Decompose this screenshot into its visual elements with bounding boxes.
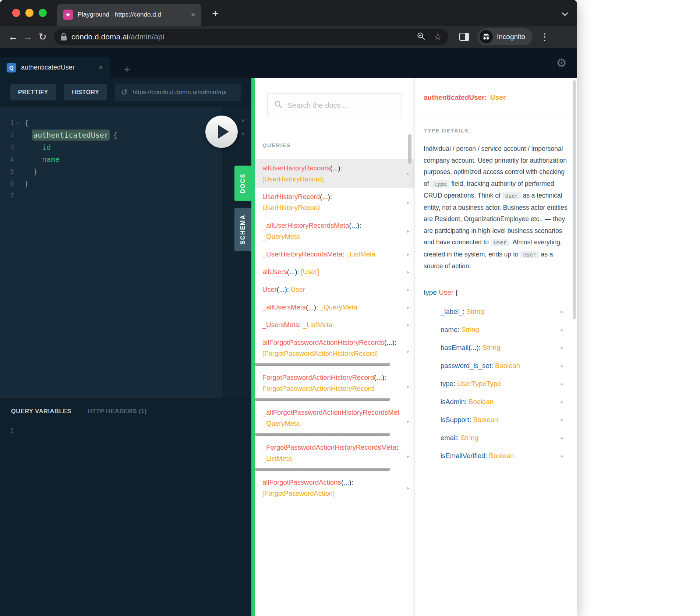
docs-vertical-scrollbar[interactable] — [408, 134, 411, 164]
docs-query-item[interactable]: User(...): User ▸ — [255, 281, 414, 298]
h-scrollbar[interactable] — [255, 433, 390, 436]
docs-query-item[interactable]: _allForgotPasswordActionHistoryRecordsMe… — [255, 404, 414, 439]
docs-query-item[interactable]: _allUserHistoryRecordsMeta(...): _QueryM… — [255, 217, 414, 245]
query-line1: allUserHistoryRecords(...): — [262, 163, 400, 174]
detail-vertical-scrollbar[interactable] — [573, 80, 576, 319]
editor-line: 7 — [0, 190, 221, 202]
fold-caret-icon[interactable]: ▾ — [14, 117, 21, 129]
back-button[interactable]: ← — [6, 29, 21, 44]
schema-side-tab[interactable]: SCHEMA — [234, 208, 251, 251]
playground-tab-bar: Q authenticatedUser × + ⚙ — [0, 48, 577, 78]
new-tab-button[interactable]: + — [208, 7, 222, 21]
type-field-row[interactable]: name: String ▸ — [424, 321, 568, 339]
type-field-row[interactable]: isEmailVerified: Boolean ▸ — [424, 447, 568, 465]
playground-new-tab-button[interactable]: + — [119, 61, 135, 78]
zoom-icon[interactable] — [417, 32, 425, 42]
window-zoom-button[interactable] — [39, 9, 47, 17]
query-line1: _UsersMeta: _ListMeta — [262, 319, 400, 330]
response-pane — [222, 107, 251, 399]
side-panel-icon[interactable] — [459, 33, 469, 41]
fold-caret-icon[interactable] — [14, 190, 21, 202]
line-code: } — [21, 178, 29, 190]
query-editor[interactable]: 1 ▾ { 2 authenticatedUser { 3 id 4 name … — [0, 107, 251, 399]
docs-query-item[interactable]: _allUsersMeta(...): _QueryMeta ▸ — [255, 298, 414, 316]
type-field-row[interactable]: type: UserTypeType ▸ — [424, 375, 568, 393]
chevron-right-icon: ▸ — [561, 342, 563, 353]
query-line1: allForgotPasswordActionHistoryRecords(..… — [262, 337, 400, 348]
browser-tab[interactable]: Playground - https://condo.d.d × — [57, 4, 201, 26]
address-bar[interactable]: condo.d.doma.ai/admin/api ☆ — [54, 29, 448, 45]
type-field-row[interactable]: hasEmail(...): String ▸ — [424, 339, 568, 357]
operation-dropdown-caret-icon[interactable]: ▾ — [241, 117, 244, 124]
reload-button[interactable]: ↻ — [35, 29, 50, 44]
chevron-right-icon: ▸ — [407, 249, 410, 260]
query-line2: _QueryMeta — [262, 418, 400, 429]
detail-field-type: User — [490, 93, 506, 102]
query-line1: UserHistoryRecord(...): — [262, 191, 400, 202]
h-scrollbar[interactable] — [255, 468, 390, 471]
type-field-row[interactable]: email: String ▸ — [424, 429, 568, 447]
fold-caret-icon[interactable] — [14, 129, 21, 141]
docs-query-item[interactable]: allUsers(...): [User] ▸ — [255, 263, 414, 281]
docs-query-item[interactable]: _ForgotPasswordActionHistoryRecordsMeta:… — [255, 439, 414, 474]
editor-line: 5 } — [0, 166, 221, 178]
editor-lines: 1 ▾ { 2 authenticatedUser { 3 id 4 name … — [0, 117, 221, 202]
docs-divider[interactable] — [251, 78, 255, 616]
editor-line: 3 id — [0, 141, 221, 153]
docs-query-item[interactable]: allForgotPasswordActions(...): [ForgotPa… — [255, 474, 414, 502]
tab-search-chevron-icon[interactable] — [562, 11, 568, 18]
window-minimize-button[interactable] — [25, 9, 33, 17]
type-description: Individual / person / service account / … — [424, 143, 568, 272]
docs-query-item[interactable]: _UserHistoryRecordsMeta: _ListMeta ▸ — [255, 245, 414, 263]
type-field-row[interactable]: password_is_set: Boolean ▸ — [424, 357, 568, 375]
fold-caret-icon[interactable] — [14, 166, 21, 178]
fold-caret-icon[interactable] — [14, 178, 21, 190]
browser-menu-icon[interactable]: ⋮ — [540, 31, 549, 43]
forward-button[interactable]: → — [21, 29, 35, 44]
settings-gear-icon[interactable]: ⚙ — [556, 56, 567, 70]
incognito-icon — [480, 30, 493, 43]
history-button[interactable]: HISTORY — [64, 84, 107, 100]
docs-search-input[interactable] — [287, 101, 395, 110]
editor-line: 4 name — [0, 153, 221, 166]
docs-query-item[interactable]: allForgotPasswordActionHistoryRecords(..… — [255, 334, 414, 369]
window-close-button[interactable] — [12, 9, 20, 17]
h-scrollbar[interactable] — [255, 363, 390, 366]
query-line1: ForgotPasswordActionHistoryRecord(...): — [262, 372, 400, 383]
type-field-row[interactable]: _label_: String ▸ — [424, 302, 568, 321]
tab-http-headers[interactable]: HTTP HEADERS (1) — [88, 408, 147, 415]
type-field-row[interactable]: isSupport: Boolean ▸ — [424, 411, 568, 429]
docs-query-item[interactable]: ForgotPasswordActionHistoryRecord(...): … — [255, 369, 414, 404]
search-icon — [274, 100, 282, 110]
query-line2: _QueryMeta — [262, 231, 400, 242]
lock-icon[interactable] — [60, 33, 67, 41]
chevron-right-icon: ▸ — [407, 416, 410, 427]
playground-tab-close-icon[interactable]: × — [99, 63, 103, 72]
docs-search-box[interactable] — [267, 93, 402, 117]
h-scrollbar[interactable] — [255, 398, 390, 401]
type-details-title: TYPE DETAILS — [424, 127, 568, 134]
query-line2: UserHistoryRecord — [262, 202, 400, 213]
tab-query-variables[interactable]: QUERY VARIABLES — [11, 408, 71, 415]
fold-caret-icon[interactable] — [14, 153, 21, 166]
editor-line: 2 authenticatedUser { — [0, 129, 221, 141]
playground-tab[interactable]: Q authenticatedUser × — [0, 57, 110, 78]
browser-nav-bar: ← → ↻ condo.d.doma.ai/admin/api ☆ — [0, 26, 577, 48]
reset-endpoint-icon[interactable]: ↺ — [121, 88, 128, 97]
tab-close-icon[interactable]: × — [191, 11, 195, 19]
operation-dropdown-caret-icon[interactable]: ▾ — [241, 130, 244, 137]
chevron-right-icon: ▸ — [561, 396, 563, 407]
endpoint-url-bar[interactable]: ↺ https://condo.d.doma.ai/admin/api — [115, 84, 241, 101]
chevron-right-icon: ▸ — [407, 346, 410, 357]
execute-query-button[interactable] — [205, 116, 238, 148]
docs-query-item[interactable]: allUserHistoryRecords(...): [UserHistory… — [255, 159, 414, 188]
docs-query-item[interactable]: UserHistoryRecord(...): UserHistoryRecor… — [255, 188, 414, 217]
chevron-right-icon: ▸ — [561, 450, 563, 461]
fold-caret-icon[interactable] — [14, 141, 21, 153]
type-name: User — [439, 288, 453, 296]
bookmark-star-icon[interactable]: ☆ — [434, 32, 442, 42]
prettify-button[interactable]: PRETTIFY — [10, 84, 56, 100]
type-field-row[interactable]: isAdmin: Boolean ▸ — [424, 393, 568, 411]
docs-side-tab[interactable]: DOCS — [234, 166, 251, 201]
docs-query-item[interactable]: _UsersMeta: _ListMeta ▸ — [255, 316, 414, 334]
